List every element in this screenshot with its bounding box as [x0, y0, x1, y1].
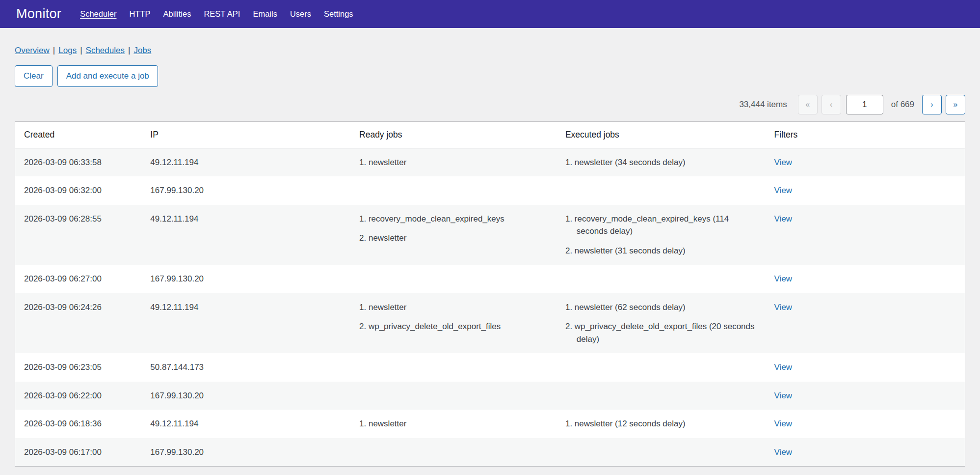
first-page-button: « — [798, 95, 818, 114]
cell-executed-jobs — [556, 438, 766, 467]
job-item: 1. recovery_mode_clean_expired_keys — [359, 213, 551, 225]
breadcrumb-link-logs[interactable]: Logs — [58, 46, 77, 55]
job-item: 1. newsletter (12 seconds delay) — [565, 418, 760, 430]
nav-item-abilities[interactable]: Abilities — [163, 9, 191, 19]
view-link[interactable]: View — [774, 186, 793, 195]
table-row: 2026-03-09 06:33:58 49.12.11.194 1. news… — [15, 148, 965, 176]
cell-ready-jobs: 1. recovery_mode_clean_expired_keys2. ne… — [350, 205, 556, 265]
cell-ip: 167.99.130.20 — [141, 265, 350, 293]
cell-filters: View — [766, 382, 965, 410]
nav-item-emails[interactable]: Emails — [253, 9, 277, 19]
table-row: 2026-03-09 06:32:00 167.99.130.20 View — [15, 176, 965, 205]
breadcrumb: Overview|Logs|Schedules|Jobs — [15, 46, 965, 56]
cell-created: 2026-03-09 06:27:00 — [15, 265, 141, 293]
current-page-input[interactable] — [846, 95, 883, 114]
table-row: 2026-03-09 06:28:55 49.12.11.194 1. reco… — [15, 205, 965, 265]
cell-filters: View — [766, 438, 965, 467]
cell-created: 2026-03-09 06:32:00 — [15, 176, 141, 205]
cell-executed-jobs: 1. newsletter (12 seconds delay) — [556, 410, 766, 438]
cell-ready-jobs: 1. newsletter — [350, 410, 556, 438]
view-link[interactable]: View — [774, 447, 793, 457]
prev-page-button: ‹ — [821, 95, 841, 114]
jobs-table: Created IP Ready jobs Executed jobs Filt… — [15, 122, 965, 467]
cell-created: 2026-03-09 06:24:26 — [15, 293, 141, 354]
view-link[interactable]: View — [774, 158, 793, 167]
job-item: 1. recovery_mode_clean_expired_keys (114… — [565, 213, 760, 238]
cell-created: 2026-03-09 06:18:36 — [15, 410, 141, 438]
table-row: 2026-03-09 06:27:00 167.99.130.20 View — [15, 265, 965, 293]
breadcrumb-separator: | — [128, 46, 130, 55]
column-header-created: Created — [15, 122, 141, 148]
job-item: 1. newsletter (62 seconds delay) — [565, 301, 760, 314]
cell-executed-jobs: 1. newsletter (62 seconds delay)2. wp_pr… — [556, 293, 766, 354]
cell-filters: View — [766, 293, 965, 354]
breadcrumb-link-overview[interactable]: Overview — [15, 46, 50, 55]
cell-ready-jobs — [350, 382, 556, 410]
job-item: 2. newsletter (31 seconds delay) — [565, 245, 760, 257]
cell-ip: 167.99.130.20 — [141, 438, 350, 467]
total-pages-label: of 669 — [891, 100, 914, 110]
column-header-ip: IP — [141, 122, 350, 148]
view-link[interactable]: View — [774, 363, 793, 372]
column-header-executed-jobs: Executed jobs — [556, 122, 766, 148]
cell-ip: 49.12.11.194 — [141, 148, 350, 176]
breadcrumb-link-jobs[interactable]: Jobs — [133, 46, 151, 55]
view-link[interactable]: View — [774, 274, 793, 283]
cell-ready-jobs — [350, 438, 556, 467]
nav-item-scheduler[interactable]: Scheduler — [80, 9, 116, 19]
table-row: 2026-03-09 06:23:05 50.87.144.173 View — [15, 353, 965, 382]
add-and-execute-job-button[interactable]: Add and execute a job — [57, 65, 158, 87]
double-chevron-left-icon: « — [805, 100, 810, 109]
next-page-button[interactable]: › — [922, 95, 942, 114]
cell-ready-jobs — [350, 265, 556, 293]
cell-executed-jobs — [556, 382, 766, 410]
cell-created: 2026-03-09 06:28:55 — [15, 205, 141, 265]
job-item: 1. newsletter — [359, 301, 551, 314]
table-row: 2026-03-09 06:22:00 167.99.130.20 View — [15, 382, 965, 410]
jobs-table-container: Created IP Ready jobs Executed jobs Filt… — [15, 121, 965, 467]
cell-ready-jobs: 1. newsletter2. wp_privacy_delete_old_ex… — [350, 293, 556, 354]
view-link[interactable]: View — [774, 391, 793, 400]
table-row: 2026-03-09 06:17:00 167.99.130.20 View — [15, 438, 965, 467]
table-row: 2026-03-09 06:18:36 49.12.11.194 1. news… — [15, 410, 965, 438]
column-header-filters: Filters — [766, 122, 965, 148]
table-body: 2026-03-09 06:33:58 49.12.11.194 1. news… — [15, 148, 965, 466]
chevron-right-icon: › — [930, 100, 933, 109]
pagination-bar: 33,444 items « ‹ of 669 › » — [15, 95, 965, 114]
column-header-ready-jobs: Ready jobs — [350, 122, 556, 148]
breadcrumb-separator: | — [80, 46, 82, 55]
table-row: 2026-03-09 06:24:26 49.12.11.194 1. news… — [15, 293, 965, 354]
cell-created: 2026-03-09 06:17:00 — [15, 438, 141, 467]
last-page-button[interactable]: » — [946, 95, 965, 114]
cell-ip: 49.12.11.194 — [141, 293, 350, 354]
clear-button[interactable]: Clear — [15, 65, 53, 87]
cell-filters: View — [766, 205, 965, 265]
table-header-row: Created IP Ready jobs Executed jobs Filt… — [15, 122, 965, 148]
nav-item-rest-api[interactable]: REST API — [204, 9, 240, 19]
breadcrumb-link-schedules[interactable]: Schedules — [86, 46, 125, 55]
nav-item-http[interactable]: HTTP — [129, 9, 150, 19]
cell-ready-jobs: 1. newsletter — [350, 148, 556, 176]
view-link[interactable]: View — [774, 419, 793, 428]
toolbar: Clear Add and execute a job — [15, 65, 965, 87]
nav-item-settings[interactable]: Settings — [324, 9, 353, 19]
cell-filters: View — [766, 410, 965, 438]
chevron-left-icon: ‹ — [830, 100, 832, 109]
cell-executed-jobs — [556, 353, 766, 382]
job-item: 2. wp_privacy_delete_old_export_files — [359, 320, 551, 333]
cell-executed-jobs: 1. newsletter (34 seconds delay) — [556, 148, 766, 176]
cell-created: 2026-03-09 06:33:58 — [15, 148, 141, 176]
items-count: 33,444 items — [739, 100, 787, 110]
nav-item-users[interactable]: Users — [290, 9, 311, 19]
cell-ip: 50.87.144.173 — [141, 353, 350, 382]
cell-executed-jobs — [556, 176, 766, 205]
job-item: 1. newsletter — [359, 156, 551, 169]
view-link[interactable]: View — [774, 214, 793, 224]
app-title: Monitor — [16, 6, 61, 22]
cell-created: 2026-03-09 06:22:00 — [15, 382, 141, 410]
view-link[interactable]: View — [774, 303, 793, 312]
cell-ip: 49.12.11.194 — [141, 205, 350, 265]
cell-ready-jobs — [350, 353, 556, 382]
top-bar: Monitor Scheduler HTTP Abilities REST AP… — [0, 0, 980, 28]
cell-ip: 49.12.11.194 — [141, 410, 350, 438]
